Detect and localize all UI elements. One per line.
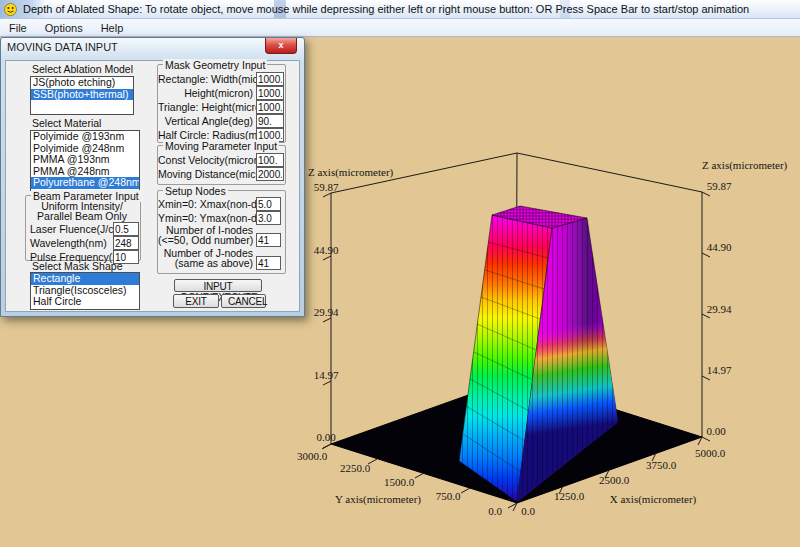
x-tick-label: 5000.0 — [695, 447, 726, 459]
rect-width-field[interactable] — [256, 72, 284, 86]
z-tick-label: 0.00 — [316, 431, 336, 443]
mask-geometry-group: Mask Geometry Input Rectangle: Width(mic… — [157, 64, 286, 143]
app-window: Z axis(micrometer) Z axis(micrometer) Y … — [0, 0, 800, 547]
moving-distance-label: Moving Distance(microns) — [158, 168, 253, 180]
ymax-field[interactable] — [256, 211, 281, 225]
xmax-label: Xmin=0: Xmax(non-dim) — [158, 198, 253, 210]
smiley-app-icon — [4, 3, 17, 16]
laser-fluence-field[interactable] — [113, 222, 139, 236]
mask-shape-label: Select Mask Shape — [32, 260, 122, 272]
z-tick-label: 14.97 — [707, 364, 732, 376]
material-listbox: Polyimide @193nm Polyimide @248nm PMMA @… — [30, 130, 140, 191]
i-nodes-label-line2: (<=50, Odd number) — [158, 234, 253, 246]
j-nodes-field[interactable] — [256, 256, 281, 270]
y-tick-label: 750.0 — [436, 490, 461, 502]
window-titlebar[interactable]: Depth of Ablated Shape: To rotate object… — [0, 0, 800, 19]
moving-data-input-dialog[interactable]: MOVING DATA INPUT x Select Ablation Mode… — [0, 37, 305, 317]
const-velocity-field[interactable] — [256, 153, 284, 167]
moving-parameter-legend: Moving Parameter Input — [163, 140, 279, 152]
menubar: File Options Help — [0, 19, 800, 37]
window-title: Depth of Ablated Shape: To rotate object… — [23, 3, 749, 15]
triangle-height-label: Triangle: Height(micron) — [158, 101, 253, 113]
moving-parameter-group: Moving Parameter Input Const Velocity(mi… — [157, 145, 286, 185]
cancel-button[interactable]: CANCEL — [221, 294, 266, 308]
close-icon[interactable]: x — [265, 38, 297, 54]
roof-edge-right — [517, 153, 702, 192]
x-axis-title: X axis(micrometer) — [610, 493, 697, 506]
list-item[interactable]: JS(photo etching) — [31, 77, 133, 89]
rect-height-field[interactable] — [256, 86, 284, 100]
y-tick-label: 3000.0 — [297, 450, 328, 462]
x-tick-label: 1250.0 — [554, 490, 585, 502]
ablation-model-label: Select Ablation Model — [32, 63, 133, 75]
menu-help[interactable]: Help — [92, 22, 133, 34]
dialog-body: Select Ablation Model JS(photo etching) … — [5, 60, 300, 312]
z-tick-label: 44.90 — [314, 244, 339, 256]
z-axis-title-left: Z axis(micrometer) — [308, 166, 394, 179]
ablation-model-listbox: JS(photo etching) SSB(photo+thermal) — [30, 76, 134, 115]
list-item[interactable]: Polyimide @193nm — [31, 131, 139, 143]
const-velocity-label: Const Velocity(microns/s) — [158, 154, 253, 166]
z-tick-label: 44.90 — [707, 241, 732, 253]
ymax-label: Ymin=0: Ymax(non-dim) — [158, 212, 253, 224]
z-tick-label: 29.94 — [707, 303, 732, 315]
vertical-angle-field[interactable] — [256, 114, 284, 128]
input-done-execute-button[interactable]: INPUT DONE/EXECUTE — [174, 279, 262, 292]
y-axis-title: Y axis(micrometer) — [335, 493, 421, 506]
setup-nodes-group: Setup Nodes Xmin=0: Xmax(non-dim) Ymin=0… — [157, 190, 286, 274]
beam-parameter-group: Beam Parameter Input Uniform Intensity/ … — [25, 195, 141, 261]
menu-file[interactable]: File — [0, 22, 36, 34]
y-tick-label: 1500.0 — [384, 476, 415, 488]
x-tick-label: 2500.0 — [599, 474, 630, 486]
exit-button[interactable]: EXIT — [173, 294, 219, 308]
j-nodes-label-line2: (same as above) — [158, 257, 253, 269]
list-item[interactable]: PMMA @193nm — [31, 154, 139, 166]
list-item-selected[interactable]: Polyurethane @248nm — [31, 177, 139, 189]
list-item-selected[interactable]: SSB(photo+thermal) — [31, 89, 133, 101]
rect-width-label: Rectangle: Width(micron) — [158, 73, 253, 85]
menu-options[interactable]: Options — [36, 22, 92, 34]
moving-distance-field[interactable] — [256, 167, 284, 181]
mask-shape-listbox: Rectangle Triangle(Iscosceles) Half Circ… — [30, 272, 140, 310]
triangle-height-field[interactable] — [256, 100, 284, 114]
list-item[interactable]: Half Circle — [31, 296, 139, 308]
setup-nodes-legend: Setup Nodes — [163, 185, 228, 197]
mask-geometry-legend: Mask Geometry Input — [163, 59, 267, 71]
wavelength-field[interactable] — [113, 236, 139, 250]
xmax-field[interactable] — [256, 197, 281, 211]
z-tick-label: 59.87 — [707, 180, 732, 192]
dialog-title: MOVING DATA INPUT — [7, 41, 118, 53]
i-nodes-field[interactable] — [256, 233, 281, 247]
x-tick-label: 3750.0 — [646, 459, 677, 471]
wavelength-label: Wavelength(nm) — [30, 237, 107, 249]
z-tick-label: 14.97 — [314, 369, 339, 381]
rect-height-label: Height(micron) — [158, 87, 253, 99]
list-item-selected[interactable]: Rectangle — [31, 273, 139, 285]
z-tick-label: 29.94 — [314, 306, 339, 318]
beam-note-line2: Parallel Beam Only — [26, 210, 138, 222]
vertical-angle-label: Vertical Angle(deg) — [158, 115, 253, 127]
x-tick-label: 0.0 — [521, 505, 535, 517]
z-tick-label: 59.87 — [314, 181, 339, 193]
material-label: Select Material — [32, 117, 101, 129]
y-tick-label: 0.0 — [488, 505, 502, 517]
z-tick-label: 0.00 — [706, 425, 726, 437]
y-tick-label: 2250.0 — [340, 462, 371, 474]
z-axis-title-right: Z axis(micrometer) — [702, 159, 788, 172]
